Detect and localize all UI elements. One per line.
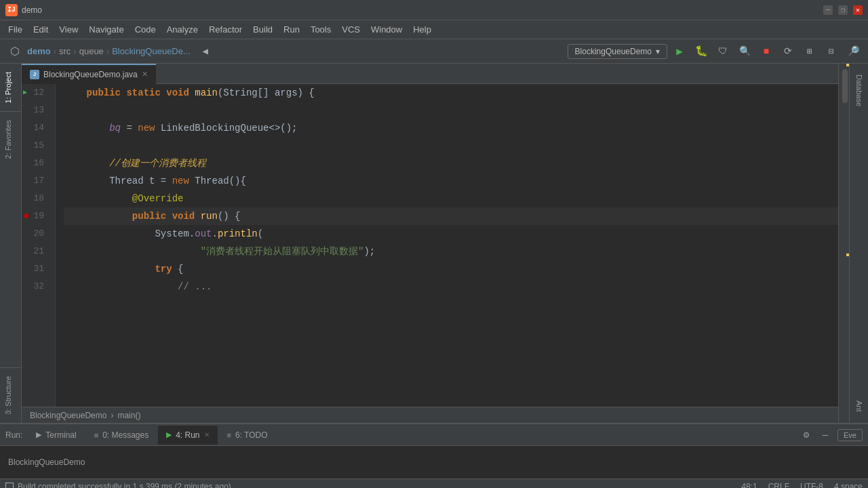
encoding[interactable]: UTF-8	[800, 482, 823, 489]
line-17: 17	[22, 172, 50, 190]
code-line-31: try {	[64, 260, 838, 278]
menu-tools[interactable]: Tools	[305, 22, 336, 37]
minimize-button[interactable]: —	[823, 5, 833, 15]
coverage-button[interactable]: 🛡	[713, 42, 732, 61]
run-config-label: BlockingQueueDemo	[575, 47, 652, 56]
menu-view[interactable]: View	[54, 22, 83, 37]
status-left: Build completed successfully in 1 s 399 …	[5, 482, 231, 489]
breadcrumb-file[interactable]: BlockingQueueDe...	[112, 46, 191, 56]
run-tab-icon: ▶	[166, 430, 172, 439]
code-editor[interactable]: ▶ 12 13 14 15 16 17 18 ● 19 20 21 31 32	[22, 84, 838, 407]
menu-file[interactable]: File	[3, 22, 28, 37]
code-line-21: "消费者线程开始从阻塞队列中取数据");	[64, 243, 838, 260]
run-gutter-icon[interactable]: ▶	[23, 84, 27, 102]
menu-window[interactable]: Window	[366, 22, 408, 37]
indent-setting[interactable]: 4 space	[834, 482, 863, 489]
tab-close-icon[interactable]: ✕	[142, 70, 148, 79]
status-bar: Build completed successfully in 1 s 399 …	[0, 479, 868, 488]
intellij-logo: IJ	[5, 4, 18, 16]
event-log-button[interactable]: Eve	[837, 429, 863, 441]
search-everywhere-button[interactable]: 🔎	[844, 42, 863, 61]
left-panel: 1: Project 2: Favorites 3: Structure	[0, 64, 22, 423]
restore-button[interactable]: ❐	[838, 5, 848, 15]
line-21: 21	[22, 243, 50, 260]
line-14: 14	[22, 119, 50, 137]
run-button[interactable]: ▶	[670, 42, 689, 61]
todo-icon: ≡	[227, 431, 231, 439]
line-16: 16	[22, 155, 50, 172]
breadcrumb-src[interactable]: src	[59, 46, 71, 56]
menu-run[interactable]: Run	[278, 22, 305, 37]
bottom-panel: Run: ▶ Terminal ≡ 0: Messages ▶ 4: Run ✕…	[0, 423, 868, 479]
cursor-position[interactable]: 48:1	[741, 482, 757, 489]
breadcrumb-method[interactable]: main()	[117, 411, 140, 420]
app-title: demo	[22, 5, 42, 15]
settings-gear-icon[interactable]: ⚙	[798, 427, 814, 443]
menu-build[interactable]: Build	[248, 22, 278, 37]
database-panel-tab[interactable]: Database	[852, 69, 866, 112]
code-line-13	[64, 102, 838, 119]
line-12: ▶ 12	[22, 84, 50, 102]
run-config-selector[interactable]: BlockingQueueDemo ▾	[568, 44, 667, 59]
run-tab-close[interactable]: ✕	[204, 431, 210, 439]
line-20: 20	[22, 225, 50, 243]
bottom-panel-controls: ⚙ —	[798, 427, 833, 443]
line-ending[interactable]: CRLF	[768, 482, 789, 489]
editor-tab-blocking-queue[interactable]: J BlockingQueueDemo.java ✕	[22, 64, 156, 84]
split-button[interactable]: ⊟	[822, 42, 841, 61]
menu-vcs[interactable]: VCS	[336, 22, 366, 37]
menu-edit[interactable]: Edit	[28, 22, 54, 37]
project-panel-tab[interactable]: 1: Project	[0, 64, 21, 111]
editor-area: J BlockingQueueDemo.java ✕ ▶ 12 13 14 15…	[22, 64, 838, 423]
title-bar: IJ demo — ❐ ✕	[0, 0, 868, 20]
scrollbar-thumb[interactable]	[842, 69, 848, 103]
right-panel: Database Ant	[849, 64, 868, 423]
main-toolbar: ⬡ demo › src › queue › BlockingQueueDe..…	[0, 39, 868, 64]
line-31: 31	[22, 260, 50, 278]
breadcrumb-demo[interactable]: demo	[27, 46, 51, 56]
messages-label: 0: Messages	[102, 430, 149, 440]
code-text-area[interactable]: public static void main(String[] args) {…	[56, 84, 838, 407]
run-label: Run:	[5, 430, 22, 440]
breakpoint-icon[interactable]: ●	[23, 211, 30, 222]
favorites-panel-tab[interactable]: 2: Favorites	[0, 112, 21, 167]
run-tab[interactable]: ▶ 4: Run ✕	[158, 426, 217, 445]
main-area: 1: Project 2: Favorites 3: Structure J B…	[0, 64, 868, 423]
tab-label: BlockingQueueDemo.java	[43, 70, 138, 79]
code-line-14: bq = new LinkedBlockingQueue<>();	[64, 119, 838, 137]
run-status-text: BlockingQueueDemo	[8, 458, 85, 467]
chevron-down-icon: ▾	[656, 47, 660, 56]
back-button[interactable]: ◀	[196, 42, 215, 61]
ant-panel-tab[interactable]: Ant	[852, 395, 866, 418]
menu-code[interactable]: Code	[130, 22, 161, 37]
sync-button[interactable]: ⟳	[778, 42, 797, 61]
editor-breadcrumb: BlockingQueueDemo › main()	[22, 407, 838, 423]
breadcrumb-queue[interactable]: queue	[79, 46, 104, 56]
minimize-panel-icon[interactable]: —	[817, 427, 833, 443]
code-line-20: System.out.println(	[64, 225, 838, 243]
menu-refactor[interactable]: Refactor	[203, 22, 248, 37]
menu-navigate[interactable]: Navigate	[83, 22, 129, 37]
status-checkbox	[5, 483, 14, 489]
bottom-panel-content: BlockingQueueDemo	[0, 446, 868, 479]
menu-bar: File Edit View Navigate Code Analyze Ref…	[0, 20, 868, 39]
menu-help[interactable]: Help	[408, 22, 437, 37]
layout-button[interactable]: ⊞	[800, 42, 819, 61]
run-label-tab: 4: Run	[176, 430, 199, 440]
messages-tab[interactable]: ≡ 0: Messages	[86, 426, 157, 445]
breadcrumb-arrow: ›	[111, 411, 113, 420]
vertical-scrollbar[interactable]	[838, 64, 849, 423]
terminal-icon: ▶	[36, 430, 41, 439]
breadcrumb-class[interactable]: BlockingQueueDemo	[30, 411, 106, 420]
terminal-tab[interactable]: ▶ Terminal	[28, 426, 84, 445]
todo-label: 6: TODO	[235, 430, 268, 440]
structure-panel-tab[interactable]: 3: Structure	[0, 368, 21, 423]
code-line-32: // ...	[64, 278, 838, 296]
stop-button[interactable]: ■	[757, 42, 776, 61]
code-line-18: @Override	[64, 190, 838, 207]
todo-tab[interactable]: ≡ 6: TODO	[219, 426, 276, 445]
menu-analyze[interactable]: Analyze	[161, 22, 203, 37]
debug-button[interactable]: 🐛	[692, 42, 711, 61]
close-button[interactable]: ✕	[853, 5, 863, 15]
profile-button[interactable]: 🔍	[735, 42, 754, 61]
